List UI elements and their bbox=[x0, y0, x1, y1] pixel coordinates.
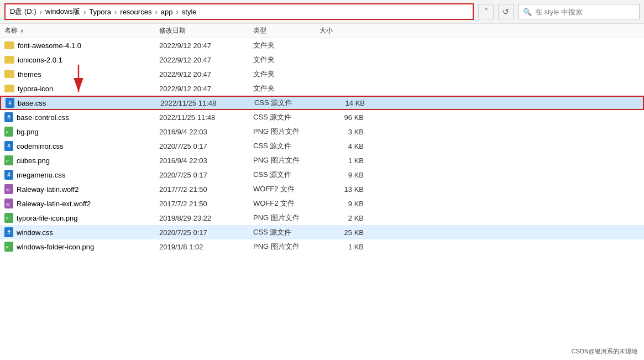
search-box: 🔍 bbox=[518, 4, 640, 19]
table-row[interactable]: ionicons-2.0.1 2022/9/12 20:47 文件夹 bbox=[0, 53, 644, 67]
folder-icon bbox=[4, 70, 14, 78]
file-type: 文件夹 bbox=[253, 69, 320, 79]
address-bar: D盘 (D:) › windows版 › Typora › resources … bbox=[0, 0, 644, 24]
file-size: 4 KB bbox=[320, 142, 364, 150]
file-name: W Raleway-latin-ext.woff2 bbox=[4, 199, 159, 208]
file-type: CSS 源文件 bbox=[253, 141, 320, 151]
file-type: 文件夹 bbox=[253, 84, 320, 93]
table-row[interactable]: megamenu.css 2020/7/25 0:17 CSS 源文件 9 KB bbox=[0, 168, 644, 182]
file-name: codemirror.css bbox=[4, 141, 159, 151]
path-part-d: D盘 (D:) bbox=[10, 7, 36, 17]
file-name: window.css bbox=[4, 227, 159, 237]
file-size: 1 KB bbox=[320, 243, 364, 251]
file-name: ionicons-2.0.1 bbox=[4, 56, 159, 64]
file-name: P typora-file-icon.png bbox=[4, 213, 159, 223]
file-name: font-awesome-4.1.0 bbox=[4, 41, 159, 50]
watermark: CSDN@银河系的末现地 bbox=[572, 347, 637, 356]
svg-text:P: P bbox=[6, 159, 9, 163]
table-row[interactable]: base-control.css 2022/11/25 11:48 CSS 源文… bbox=[0, 110, 644, 124]
path-part-app: app bbox=[161, 8, 173, 16]
file-date: 2022/11/25 11:48 bbox=[159, 113, 253, 122]
folder-icon bbox=[4, 56, 14, 64]
path-part-resources: resources bbox=[120, 8, 151, 16]
file-name: W Raleway-latin.woff2 bbox=[4, 184, 159, 194]
file-type: 文件夹 bbox=[253, 55, 320, 65]
file-name: typora-icon bbox=[4, 85, 159, 93]
file-type: 文件夹 bbox=[253, 40, 320, 50]
file-date: 2022/9/12 20:47 bbox=[159, 56, 253, 64]
table-row[interactable]: P typora-file-icon.png 2019/8/29 23:22 P… bbox=[0, 211, 644, 225]
path-part-typora: Typora bbox=[89, 8, 111, 16]
col-header-name[interactable]: 名称 ∧ bbox=[4, 26, 159, 35]
file-name: P windows-folder-icon.png bbox=[4, 242, 159, 252]
path-sep-5: › bbox=[176, 8, 178, 16]
file-size: 96 KB bbox=[320, 113, 364, 122]
table-row[interactable]: font-awesome-4.1.0 2022/9/12 20:47 文件夹 bbox=[0, 38, 644, 53]
table-row[interactable]: themes 2022/9/12 20:47 文件夹 bbox=[0, 67, 644, 81]
file-date: 2017/7/2 21:50 bbox=[159, 185, 253, 194]
file-type: PNG 图片文件 bbox=[253, 242, 320, 252]
col-header-size[interactable]: 大小 bbox=[320, 26, 364, 35]
file-date: 2020/7/25 0:17 bbox=[159, 228, 253, 237]
css-icon bbox=[4, 227, 13, 237]
table-row[interactable]: codemirror.css 2020/7/25 0:17 CSS 源文件 4 … bbox=[0, 139, 644, 153]
file-date: 2020/7/25 0:17 bbox=[159, 171, 253, 179]
file-type: CSS 源文件 bbox=[253, 112, 320, 122]
file-type: PNG 图片文件 bbox=[253, 127, 320, 137]
file-size: 2 KB bbox=[320, 214, 364, 222]
file-date: 2022/9/12 20:47 bbox=[159, 85, 253, 93]
file-size: 3 KB bbox=[320, 128, 364, 136]
table-row[interactable]: window.css 2020/7/25 0:17 CSS 源文件 25 KB bbox=[0, 225, 644, 239]
folder-icon bbox=[4, 41, 14, 49]
css-icon bbox=[4, 141, 13, 151]
file-size: 14 KB bbox=[321, 99, 365, 107]
file-size: 9 KB bbox=[320, 200, 364, 208]
table-row[interactable]: P windows-folder-icon.png 2019/1/8 1:02 … bbox=[0, 239, 644, 254]
file-name: megamenu.css bbox=[4, 170, 159, 180]
file-size: 25 KB bbox=[320, 228, 364, 237]
file-name: base.css bbox=[6, 98, 160, 108]
path-box[interactable]: D盘 (D:) › windows版 › Typora › resources … bbox=[4, 3, 474, 20]
sort-arrow-icon: ∧ bbox=[20, 28, 24, 34]
table-row[interactable]: W Raleway-latin.woff2 2017/7/2 21:50 WOF… bbox=[0, 182, 644, 196]
path-part-style: style bbox=[182, 8, 197, 16]
file-date: 2020/7/25 0:17 bbox=[159, 142, 253, 150]
file-size: 1 KB bbox=[320, 156, 364, 165]
table-row[interactable]: base.css 2022/11/25 11:48 CSS 源文件 14 KB bbox=[0, 96, 644, 110]
refresh-button[interactable]: ↺ bbox=[498, 4, 514, 19]
table-row[interactable]: typora-icon 2022/9/12 20:47 文件夹 bbox=[0, 81, 644, 96]
table-row[interactable]: P cubes.png 2016/9/4 22:03 PNG 图片文件 1 KB bbox=[0, 153, 644, 168]
path-sep-4: › bbox=[155, 8, 157, 16]
file-date: 2022/9/12 20:47 bbox=[159, 70, 253, 79]
file-date: 2017/7/2 21:50 bbox=[159, 200, 253, 208]
file-name: P cubes.png bbox=[4, 155, 159, 165]
column-headers: 名称 ∧ 修改日期 类型 大小 bbox=[0, 24, 644, 38]
table-row[interactable]: P bg.png 2016/9/4 22:03 PNG 图片文件 3 KB bbox=[0, 124, 644, 139]
file-date: 2019/8/29 23:22 bbox=[159, 214, 253, 222]
search-input[interactable] bbox=[535, 8, 635, 16]
png-icon: P bbox=[4, 242, 13, 252]
dropdown-arrow-button[interactable]: ˅ bbox=[478, 4, 494, 19]
css-icon bbox=[4, 170, 13, 180]
file-list: font-awesome-4.1.0 2022/9/12 20:47 文件夹 i… bbox=[0, 38, 644, 359]
path-sep-1: › bbox=[40, 8, 42, 16]
woff-icon: W bbox=[4, 199, 13, 208]
file-date: 2022/11/25 11:48 bbox=[160, 99, 254, 107]
col-header-date[interactable]: 修改日期 bbox=[159, 26, 253, 35]
search-icon: 🔍 bbox=[523, 8, 532, 16]
file-date: 2019/1/8 1:02 bbox=[159, 243, 253, 251]
png-icon: P bbox=[4, 155, 13, 165]
file-type: PNG 图片文件 bbox=[253, 213, 320, 223]
col-header-type[interactable]: 类型 bbox=[253, 26, 320, 35]
file-explorer-window: D盘 (D:) › windows版 › Typora › resources … bbox=[0, 0, 644, 360]
file-name: P bg.png bbox=[4, 127, 159, 137]
file-type: CSS 源文件 bbox=[253, 227, 320, 237]
path-sep-2: › bbox=[83, 8, 86, 16]
png-icon: P bbox=[4, 213, 13, 223]
table-row[interactable]: W Raleway-latin-ext.woff2 2017/7/2 21:50… bbox=[0, 196, 644, 211]
file-date: 2016/9/4 22:03 bbox=[159, 128, 253, 136]
file-date: 2016/9/4 22:03 bbox=[159, 156, 253, 165]
file-type: PNG 图片文件 bbox=[253, 155, 320, 165]
file-size: 9 KB bbox=[320, 171, 364, 179]
folder-icon bbox=[4, 85, 14, 92]
